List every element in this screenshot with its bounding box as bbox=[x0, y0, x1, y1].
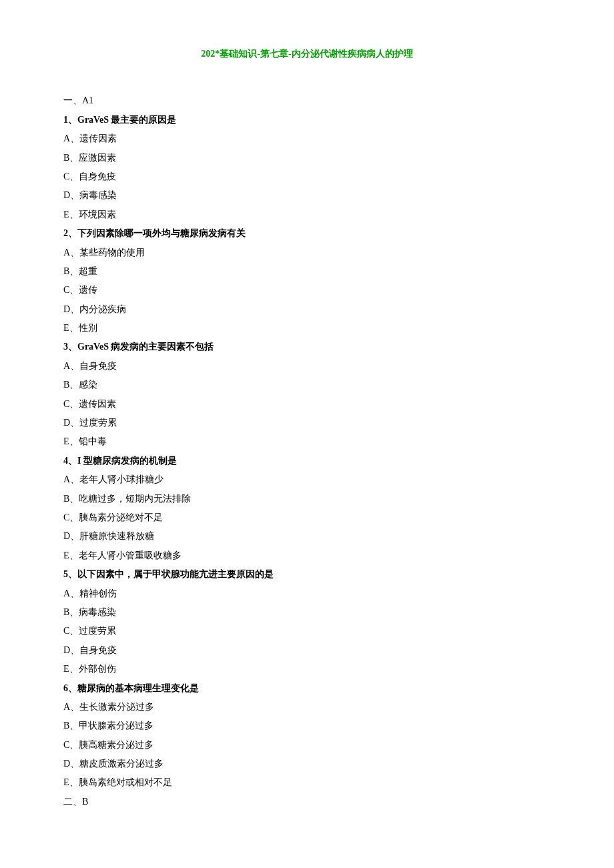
option-b: B、超重 bbox=[63, 264, 551, 279]
option-a: A、精神创伤 bbox=[63, 586, 551, 601]
option-a: A、某些药物的使用 bbox=[63, 246, 551, 260]
option-e: E、老年人肾小管重吸收糖多 bbox=[63, 548, 551, 563]
question-5: 5、以下因素中，属于甲状腺功能亢进主要原因的是 A、精神创伤 B、病毒感染 C、… bbox=[63, 567, 551, 677]
option-c: C、遗传 bbox=[63, 283, 551, 298]
option-c: C、胰高糖素分泌过多 bbox=[63, 738, 551, 753]
option-b: B、应激因素 bbox=[63, 151, 551, 165]
section-a1-header: 一、A1 bbox=[63, 93, 551, 108]
option-e: E、胰岛素绝对或相对不足 bbox=[63, 775, 551, 790]
option-a: A、遗传因素 bbox=[63, 131, 551, 146]
option-d: D、过度劳累 bbox=[63, 416, 551, 430]
question-stem: 5、以下因素中，属于甲状腺功能亢进主要原因的是 bbox=[63, 567, 551, 582]
option-e: E、性别 bbox=[63, 321, 551, 336]
option-d: D、自身免疫 bbox=[63, 643, 551, 658]
option-d: D、内分泌疾病 bbox=[63, 302, 551, 317]
option-b: B、吃糖过多，短期内无法排除 bbox=[63, 492, 551, 506]
question-stem: 3、GraVeS 病发病的主要因素不包括 bbox=[63, 340, 551, 354]
option-e: E、环境因素 bbox=[63, 207, 551, 222]
option-d: D、肝糖原快速释放糖 bbox=[63, 529, 551, 544]
option-b: B、甲状腺素分泌过多 bbox=[63, 719, 551, 733]
question-2: 2、下列因素除哪一项外均与糖尿病发病有关 A、某些药物的使用 B、超重 C、遗传… bbox=[63, 226, 551, 336]
option-c: C、遗传因素 bbox=[63, 397, 551, 412]
option-c: C、自身免疫 bbox=[63, 169, 551, 184]
question-stem: 2、下列因素除哪一项外均与糖尿病发病有关 bbox=[63, 226, 551, 241]
option-a: A、自身免疫 bbox=[63, 359, 551, 374]
option-d: D、糖皮质激素分泌过多 bbox=[63, 757, 551, 771]
option-c: C、胰岛素分泌绝对不足 bbox=[63, 510, 551, 525]
option-b: B、感染 bbox=[63, 378, 551, 392]
option-d: D、病毒感染 bbox=[63, 188, 551, 203]
question-3: 3、GraVeS 病发病的主要因素不包括 A、自身免疫 B、感染 C、遗传因素 … bbox=[63, 340, 551, 449]
option-a: A、生长激素分泌过多 bbox=[63, 700, 551, 715]
question-stem: 4、I 型糖尿病发病的机制是 bbox=[63, 454, 551, 468]
option-c: C、过度劳累 bbox=[63, 624, 551, 638]
option-e: E、外部创伤 bbox=[63, 662, 551, 677]
question-stem: 6、糖尿病的基本病理生理变化是 bbox=[63, 681, 551, 696]
question-6: 6、糖尿病的基本病理生理变化是 A、生长激素分泌过多 B、甲状腺素分泌过多 C、… bbox=[63, 681, 551, 791]
document-title: 202*基础知识-第七章-内分泌代谢性疾病病人的护理 bbox=[63, 47, 551, 61]
option-e: E、铅中毒 bbox=[63, 434, 551, 449]
question-4: 4、I 型糖尿病发病的机制是 A、老年人肾小球排糖少 B、吃糖过多，短期内无法排… bbox=[63, 454, 551, 563]
option-b: B、病毒感染 bbox=[63, 605, 551, 620]
option-a: A、老年人肾小球排糖少 bbox=[63, 472, 551, 487]
question-stem: 1、GraVeS 最主要的原因是 bbox=[63, 113, 551, 127]
section-b-header: 二、B bbox=[63, 795, 551, 809]
question-1: 1、GraVeS 最主要的原因是 A、遗传因素 B、应激因素 C、自身免疫 D、… bbox=[63, 113, 551, 222]
